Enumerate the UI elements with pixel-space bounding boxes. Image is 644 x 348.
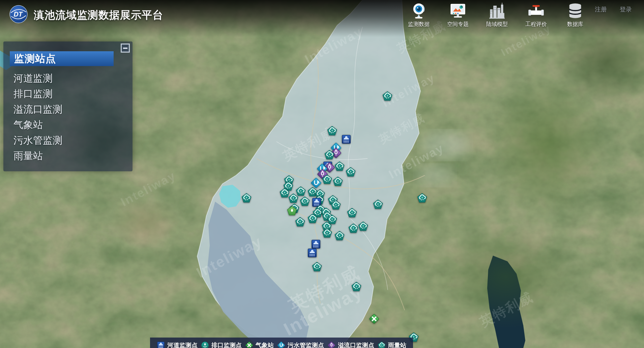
panel-minimize-button[interactable] — [121, 44, 130, 53]
panel-item-3[interactable]: 气象站 — [3, 117, 133, 133]
app-root: Inteliway英特利威InteliwayInteliway英特利威英特利威I… — [0, 0, 644, 348]
rain-marker[interactable] — [347, 208, 357, 218]
river-marker[interactable] — [342, 135, 351, 144]
legend-label: 污水管监测点 — [288, 341, 324, 348]
legend-item-outlet: 排口监测点 — [201, 341, 242, 348]
panel-item-5[interactable]: 雨量站 — [3, 148, 133, 164]
camera-icon — [409, 1, 428, 20]
legend-label: 气象站 — [256, 341, 274, 348]
rain-marker[interactable] — [373, 199, 383, 209]
nav-label: 陆域模型 — [486, 21, 508, 28]
buildings-icon — [488, 1, 506, 20]
rain-marker[interactable] — [351, 282, 361, 292]
station-panel: 监测站点 河道监测排口监测溢流口监测气象站污水管监测雨量站 — [3, 41, 133, 171]
rain-marker[interactable] — [327, 126, 337, 136]
nav-item-spatial-topic[interactable]: 空间专题 — [446, 1, 470, 28]
rain-marker[interactable] — [324, 150, 334, 160]
legend-item-rain: 雨量站 — [378, 341, 406, 348]
top-nav: 监测数据空间专题陆域模型工程评价数据库 — [407, 1, 587, 28]
weather-legend-icon — [245, 341, 253, 348]
outlet-legend-icon — [201, 341, 209, 348]
monitor-icon — [448, 1, 467, 20]
svg-text:DT: DT — [13, 10, 23, 18]
sewage-legend-icon — [277, 341, 285, 348]
rain-marker[interactable] — [346, 167, 356, 177]
rain-marker[interactable] — [241, 193, 252, 203]
rain-marker[interactable] — [417, 193, 427, 203]
overflow-legend-icon — [327, 341, 335, 348]
nav-item-monitor-data[interactable]: 监测数据 — [407, 1, 431, 28]
rain-marker[interactable] — [322, 228, 332, 238]
rain-marker[interactable] — [382, 91, 392, 101]
rain-legend-icon — [378, 341, 386, 348]
auth-links: 注册登录 — [595, 5, 632, 13]
nav-item-database[interactable]: 数据库 — [563, 1, 587, 28]
legend-item-overflow: 溢流口监测点 — [327, 341, 374, 348]
rain-marker[interactable] — [348, 223, 358, 233]
panel-item-0[interactable]: 河道监测 — [3, 70, 133, 86]
panel-item-4[interactable]: 污水管监测 — [3, 133, 133, 148]
river-marker[interactable] — [311, 239, 321, 249]
weather-marker[interactable] — [369, 314, 379, 324]
legend-label: 排口监测点 — [211, 341, 242, 348]
green-marker[interactable] — [287, 206, 297, 216]
nav-item-project-eval[interactable]: 工程评价 — [524, 1, 548, 28]
rain-marker[interactable] — [334, 161, 345, 171]
legend-item-river: 河道监测点 — [157, 341, 198, 348]
database-icon — [566, 1, 585, 20]
minus-icon — [123, 48, 127, 49]
register-link[interactable]: 注册 — [595, 5, 607, 13]
panel-title: 监测站点 — [10, 51, 114, 66]
login-link[interactable]: 登录 — [620, 5, 632, 13]
valve-icon — [527, 1, 546, 20]
rain-marker[interactable] — [333, 176, 343, 186]
legend-label: 溢流口监测点 — [338, 341, 374, 348]
nav-label: 数据库 — [567, 21, 583, 28]
platform-logo: DT — [9, 5, 28, 23]
panel-item-1[interactable]: 排口监测 — [3, 86, 133, 102]
nav-label: 空间专题 — [447, 21, 469, 28]
legend-item-weather: 气象站 — [245, 341, 274, 348]
nav-label: 工程评价 — [525, 21, 547, 28]
panel-item-2[interactable]: 溢流口监测 — [3, 102, 133, 117]
river-marker[interactable] — [308, 248, 317, 258]
nav-label: 监测数据 — [408, 21, 430, 28]
rain-marker[interactable] — [358, 221, 368, 231]
rain-marker[interactable] — [300, 196, 310, 206]
rain-marker[interactable] — [308, 213, 318, 224]
legend-item-sewage: 污水管监测点 — [277, 341, 324, 348]
rain-marker[interactable] — [288, 193, 298, 203]
legend-label: 雨量站 — [388, 341, 406, 348]
rain-marker[interactable] — [295, 217, 305, 227]
rain-marker[interactable] — [331, 200, 341, 210]
river-legend-icon — [157, 341, 165, 348]
panel-menu: 河道监测排口监测溢流口监测气象站污水管监测雨量站 — [3, 70, 133, 164]
page-title: 滇池流域监测数据展示平台 — [34, 8, 163, 22]
rain-marker[interactable] — [322, 174, 332, 184]
rain-marker[interactable] — [334, 231, 345, 241]
map-legend: 河道监测点排口监测点气象站污水管监测点溢流口监测点雨量站 — [150, 338, 413, 348]
rain-marker[interactable] — [312, 262, 322, 272]
nav-item-land-model[interactable]: 陆域模型 — [485, 1, 509, 28]
legend-label: 河道监测点 — [167, 341, 198, 348]
